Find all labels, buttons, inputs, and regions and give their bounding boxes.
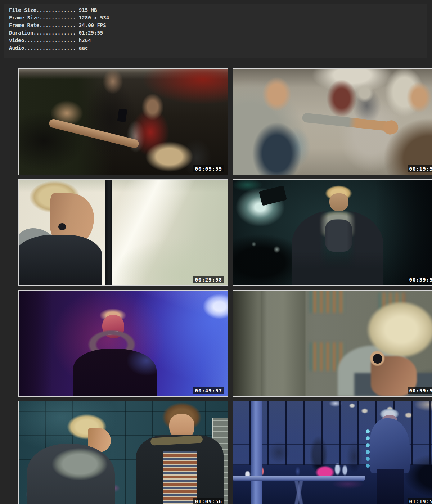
media-info-line-video: Video................. h264: [9, 37, 427, 44]
scene-art: [233, 180, 432, 285]
scene-layer: [302, 113, 392, 131]
scene-art: [19, 401, 228, 504]
scene-layer: [163, 451, 197, 504]
scene-layer: [233, 476, 365, 481]
scene-layer: [58, 223, 66, 231]
video-thumbnail-5: 00:49:57: [18, 290, 228, 397]
scene-art: [19, 180, 228, 285]
scene-art: [19, 69, 228, 175]
media-info-line-duration: Duration.............. 01:29:55: [9, 29, 427, 37]
scene-layer: [260, 291, 306, 396]
media-info-line-frame-size: Frame Size............ 1280 x 534: [9, 14, 427, 22]
scene-layer: [73, 349, 157, 396]
timestamp-overlay: 01:19:55: [408, 498, 432, 504]
video-thumbnail-1: 00:09:59: [18, 68, 228, 175]
scene-art: [233, 291, 432, 396]
scene-layer: [18, 235, 102, 286]
video-thumbnail-3: 00:29:58: [18, 179, 228, 286]
scene-layer: [292, 210, 384, 285]
timestamp-overlay: 00:39:57: [408, 276, 432, 283]
video-thumbnail-7: 01:09:56: [18, 401, 228, 504]
media-info-panel: File Size............. 915 MB Frame Size…: [4, 4, 427, 58]
led-dots-column: [366, 429, 370, 433]
scene-layer: [241, 481, 356, 504]
video-thumbnail-2: 00:19:58: [233, 68, 432, 175]
scene-layer: [310, 290, 344, 313]
scene-layer: [117, 108, 127, 122]
contact-sheet-page: { "media_info": { "lines": [ "File Size.…: [0, 0, 432, 504]
media-info-line-audio: Audio................. aac: [9, 44, 427, 52]
video-thumbnail-8: 01:19:55: [233, 401, 432, 504]
scene-layer: [27, 444, 115, 504]
media-info-line-frame-rate: Frame Rate............ 24.00 FPS: [9, 22, 427, 29]
scene-art: [19, 291, 228, 396]
scene-layer: [370, 418, 410, 473]
video-thumbnail-6: 00:59:56: [233, 290, 432, 397]
timestamp-overlay: 00:49:57: [193, 387, 224, 394]
timestamp-overlay: 00:59:56: [408, 387, 432, 394]
timestamp-overlay: 00:29:58: [193, 276, 224, 283]
timestamp-overlay: 00:09:59: [193, 165, 224, 172]
scene-layer: [359, 301, 432, 364]
timestamp-overlay: 00:19:58: [408, 165, 432, 172]
timestamp-overlay: 01:09:56: [193, 498, 224, 504]
scene-art: [233, 69, 432, 175]
scene-layer: [377, 469, 405, 504]
scene-layer: [259, 185, 287, 206]
scene-layer: [48, 118, 140, 149]
media-info-line-file-size: File Size............. 915 MB: [9, 6, 427, 14]
scene-art: [233, 401, 432, 504]
scene-layer: [105, 180, 112, 285]
video-thumbnail-4: 00:39:57: [233, 179, 432, 286]
